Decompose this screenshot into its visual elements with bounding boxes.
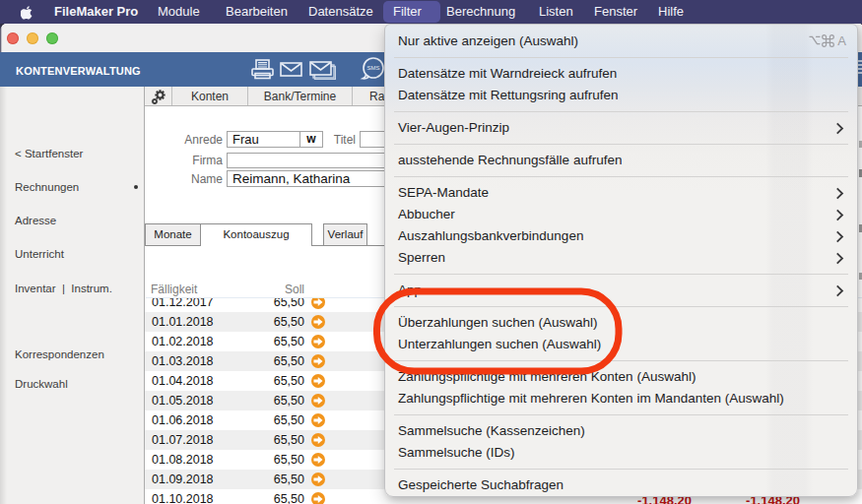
svg-text:SMS: SMS [366,65,379,71]
